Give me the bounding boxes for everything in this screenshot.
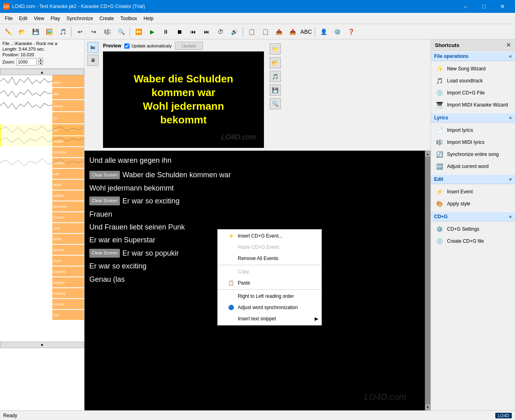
shortcut-sync-song[interactable]: 🔄 Synchronize entire song — [431, 148, 515, 160]
toolbar-save[interactable]: 💾 — [29, 26, 42, 38]
section-file-operations[interactable]: File operations « — [431, 52, 515, 61]
zoom-up-button[interactable]: ▲ — [38, 58, 43, 61]
preview-screen-btn[interactable]: 🖥 — [87, 55, 99, 66]
lyrics-line-5: Frauen — [89, 208, 426, 221]
maximize-button[interactable]: □ — [475, 0, 493, 13]
toolbar-rewind[interactable]: ⏮ — [187, 26, 200, 38]
shortcut-load-soundtrack[interactable]: 🎵 Load soundtrack — [431, 75, 515, 87]
lyrics-text-3: Wohl jedermann bekommt — [89, 182, 174, 195]
status-bar: Ready LO4D — [0, 410, 515, 420]
toolbar-fastforward[interactable]: ⏩ — [132, 26, 145, 38]
preview-icon-music[interactable]: 🎵 — [270, 71, 281, 82]
ctx-insert-snippet[interactable]: Insert text snippet ▶ — [218, 313, 321, 324]
shortcut-create-cdg[interactable]: 💿 Create CD+G file — [431, 235, 515, 247]
lyrics-scroll-down-btn[interactable]: ▼ — [425, 404, 431, 410]
toolbar-stop[interactable]: ⏹ — [173, 26, 186, 38]
toolbar-abc[interactable]: ABC — [300, 26, 313, 38]
lyrics-scroll-track[interactable] — [425, 157, 431, 404]
section-cdg[interactable]: CD+G « — [431, 212, 515, 221]
update-button[interactable]: Update — [175, 42, 203, 50]
preview-auto-update-checkbox[interactable] — [124, 43, 130, 49]
toolbar-import[interactable]: 📥 — [286, 26, 299, 38]
toolbar-new[interactable]: ✏️ — [2, 26, 14, 38]
menu-create[interactable]: Create — [96, 14, 117, 23]
ctx-adjust-sync[interactable]: 🔵 Adjust word synchronization — [218, 302, 321, 313]
preview-icon-folder[interactable]: 📁 — [270, 43, 281, 55]
preview-line-4: bekommt — [134, 113, 233, 127]
preview-icon-folder2[interactable]: 📂 — [270, 57, 281, 68]
ctx-insert-event[interactable]: ⚡ Insert CD+G Event... — [218, 230, 321, 242]
lyrics-scroll-up-btn[interactable]: ▲ — [425, 151, 431, 157]
menu-help[interactable]: Help — [140, 14, 157, 23]
preview-icon-save[interactable]: 💾 — [270, 84, 281, 96]
menu-file[interactable]: File — [2, 14, 16, 23]
toolbar-help[interactable]: ❓ — [344, 26, 357, 38]
toolbar-undo[interactable]: ↩ — [74, 26, 87, 38]
menu-edit[interactable]: Edit — [16, 14, 31, 23]
menu-view[interactable]: View — [31, 14, 47, 23]
shortcut-adjust-word[interactable]: 🔤 Adjust current word — [431, 160, 515, 172]
toolbar: ✏️ 📂 💾 🖼️ 🎵 ↩ ↪ 🎼 🔍 ⏩ ▶ ⏸ ⏹ ⏮ ⏭ ⏱ 🔊 📋 📋 … — [0, 24, 515, 39]
svg-text:ihn: ihn — [53, 116, 58, 120]
preview-icon-search[interactable]: 🔍 — [270, 98, 281, 109]
svg-text:popukir: popukir — [53, 281, 65, 285]
ctx-rtl-icon — [227, 293, 235, 300]
waveform-scroll-up[interactable]: ▲ — [0, 69, 84, 75]
toolbar-play[interactable]: ▶ — [146, 26, 159, 38]
zoom-down-button[interactable]: ▼ — [38, 61, 43, 65]
left-panel: File ...\Karaoke - Rock me a Length: 3:4… — [0, 39, 84, 410]
toolbar-search[interactable]: 🔍 — [115, 26, 128, 38]
shortcut-cdg-settings[interactable]: ⚙️ CD+G Settings — [431, 223, 515, 235]
preview-auto-update-label[interactable]: Update automaticaly — [124, 43, 171, 49]
svg-text:jederm: jederm — [53, 194, 64, 198]
shortcut-import-midi[interactable]: 🎹 Import MIDI Karaoke Wizard — [431, 99, 515, 111]
toolbar-copy2[interactable]: 📋 — [259, 26, 272, 38]
toolbar-redo[interactable]: ↪ — [87, 26, 100, 38]
waveform-scroll-down[interactable]: ▼ — [0, 342, 84, 348]
toolbar-settings[interactable]: ⚙️ — [331, 26, 344, 38]
shortcut-new-song[interactable]: ✨ New Song Wizard — [431, 63, 515, 75]
waveform-svg: allen alle waren ihn — [0, 75, 84, 340]
ctx-adjust-icon: 🔵 — [227, 304, 235, 311]
ctx-rtl[interactable]: Right to Left reading order — [218, 291, 321, 302]
toolbar-export[interactable]: 📤 — [272, 26, 285, 38]
menu-toolbox[interactable]: Toolbox — [117, 14, 140, 23]
toolbar-volume[interactable]: 🔊 — [228, 26, 241, 38]
shortcut-import-cdg[interactable]: 💿 Import CD+G File — [431, 87, 515, 99]
ctx-paste[interactable]: 📋 Paste — [218, 277, 321, 289]
lyrics-text-2: Waber die Schulden kommen war — [122, 168, 231, 181]
toolbar-user[interactable]: 👤 — [317, 26, 330, 38]
lyrics-area[interactable]: Und alle waren gegen ihn Clear Screen Wa… — [84, 151, 431, 410]
toolbar-copy1[interactable]: 📋 — [245, 26, 258, 38]
shortcuts-title: Shortcuts — [435, 42, 459, 48]
minimize-button[interactable]: – — [456, 0, 475, 13]
lyrics-scrollbar[interactable]: ▲ ▼ — [425, 151, 431, 410]
shortcut-insert-event[interactable]: ⚡ Insert Event — [431, 186, 515, 198]
close-button[interactable]: ✕ — [493, 0, 512, 13]
sync-song-icon: 🔄 — [435, 150, 444, 159]
toolbar-note[interactable]: 🎼 — [101, 26, 114, 38]
toolbar-pause[interactable]: ⏸ — [159, 26, 172, 38]
preview-style-btn[interactable]: bc — [87, 42, 99, 53]
svg-text:len: len — [53, 128, 58, 132]
zoom-input[interactable] — [16, 58, 37, 66]
status-text: Ready — [3, 413, 17, 418]
toolbar-timer[interactable]: ⏱ — [214, 26, 227, 38]
menu-play[interactable]: Play — [47, 14, 63, 23]
toolbar-music[interactable]: 🎵 — [56, 26, 69, 38]
svg-text:Superts: Superts — [53, 270, 66, 274]
shortcut-apply-style[interactable]: 🎨 Apply style — [431, 198, 515, 210]
shortcut-import-midi-lyrics[interactable]: 🎼 Import MIDI lyrics — [431, 136, 515, 148]
toolbar-ffwd[interactable]: ⏭ — [200, 26, 213, 38]
toolbar-open[interactable]: 📂 — [15, 26, 28, 38]
toolbar-image[interactable]: 🖼️ — [43, 26, 56, 38]
shortcuts-close-button[interactable]: ✕ — [506, 42, 511, 48]
section-lyrics[interactable]: Lyrics « — [431, 113, 515, 123]
section-edit[interactable]: Edit « — [431, 175, 515, 184]
svg-text:(las: (las — [53, 313, 59, 317]
shortcut-import-lyrics[interactable]: 📄 Import lyrics — [431, 124, 515, 136]
ctx-remove-events[interactable]: Remove All Events — [218, 253, 321, 264]
lyrics-line-2: Clear Screen Waber die Schulden kommen w… — [89, 168, 426, 181]
menu-synchronize[interactable]: Synchronize — [63, 14, 96, 23]
svg-text:Wohl: Wohl — [53, 183, 61, 187]
